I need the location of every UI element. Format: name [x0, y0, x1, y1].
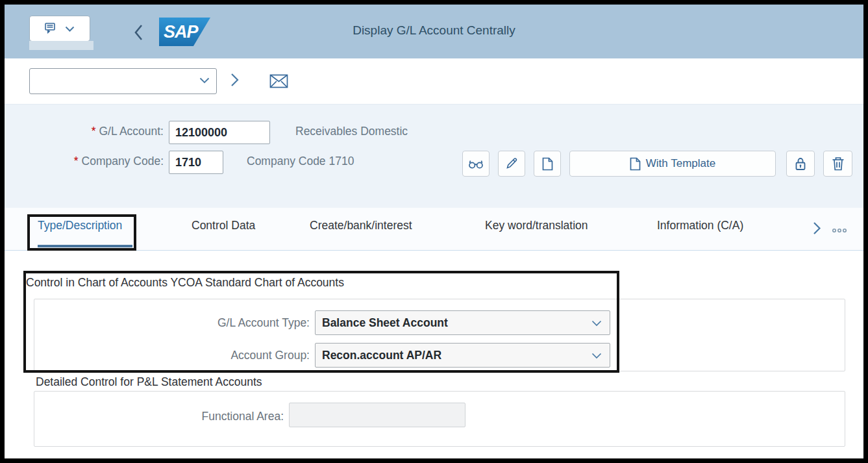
- lock-button[interactable]: [786, 151, 815, 177]
- account-group-value: Recon.account AP/AR: [316, 349, 441, 362]
- delete-button[interactable]: [823, 151, 852, 177]
- gl-account-type-value: Balance Sheet Account: [316, 316, 448, 330]
- tab-key-word-translation[interactable]: Key word/translation: [485, 219, 588, 232]
- chevron-down-icon: [591, 353, 602, 359]
- section-title-chart-of-accounts: Control in Chart of Accounts YCOA Standa…: [26, 276, 344, 290]
- document-copy-icon: [542, 157, 553, 171]
- tab-type-description[interactable]: Type/Description: [38, 219, 122, 232]
- section-title-pl-control: Detailed Control for P&L Statement Accou…: [36, 375, 262, 389]
- window-header: SAP Display G/L Account Centrally: [5, 5, 863, 58]
- account-group-dropdown[interactable]: Recon.account AP/AR: [315, 343, 610, 368]
- required-marker: *: [74, 155, 79, 168]
- pencil-edit-icon: [505, 157, 518, 170]
- functional-area-label: Functional Area:: [140, 410, 284, 423]
- with-template-button[interactable]: With Template: [569, 151, 776, 177]
- trash-icon: [832, 156, 845, 171]
- gl-account-input[interactable]: [169, 121, 270, 144]
- page-title: Display G/L Account Centrally: [5, 23, 863, 38]
- chevron-down-icon: [199, 77, 210, 84]
- envelope-icon-button[interactable]: [269, 74, 288, 88]
- tab-create-bank-interest[interactable]: Create/bank/interest: [310, 219, 412, 232]
- functional-area-input[interactable]: [289, 403, 465, 427]
- gl-account-type-dropdown[interactable]: Balance Sheet Account: [315, 310, 610, 335]
- company-code-label: *Company Code:: [24, 155, 164, 168]
- company-code-input[interactable]: [169, 151, 223, 174]
- tab-overflow-button[interactable]: [832, 228, 847, 233]
- active-tab-underline: [38, 245, 132, 247]
- lock-icon: [794, 156, 807, 171]
- account-group-label: Account Group:: [134, 349, 310, 362]
- display-button[interactable]: [462, 151, 490, 177]
- glasses-display-icon: [468, 158, 484, 169]
- chevron-right-icon: [813, 221, 821, 235]
- menu-shadow-strip: [29, 41, 93, 50]
- command-combobox[interactable]: [29, 68, 217, 94]
- copy-button[interactable]: [534, 151, 561, 177]
- chevron-down-icon: [591, 320, 602, 327]
- gl-account-description: Receivables Domestic: [295, 125, 408, 138]
- tab-information-ca[interactable]: Information (C/A): [657, 219, 743, 232]
- overflow-dots-icon: [832, 228, 847, 233]
- tab-scroll-right-button[interactable]: [813, 221, 821, 235]
- edit-button[interactable]: [498, 151, 525, 177]
- gl-account-label: *G/L Account:: [24, 125, 164, 138]
- tab-control-data[interactable]: Control Data: [192, 219, 255, 232]
- sap-window: SAP Display G/L Account Centrally: [0, 0, 868, 463]
- required-marker: *: [92, 125, 96, 138]
- application-toolbar: Edit financial statement version Edit se…: [5, 58, 863, 104]
- command-combobox-input[interactable]: [35, 71, 193, 92]
- expand-chevron-right-button[interactable]: [230, 73, 240, 87]
- gl-account-type-label: G/L Account Type:: [134, 316, 310, 330]
- company-code-description: Company Code 1710: [247, 155, 354, 168]
- document-template-icon: [630, 157, 641, 171]
- with-template-label: With Template: [646, 157, 715, 170]
